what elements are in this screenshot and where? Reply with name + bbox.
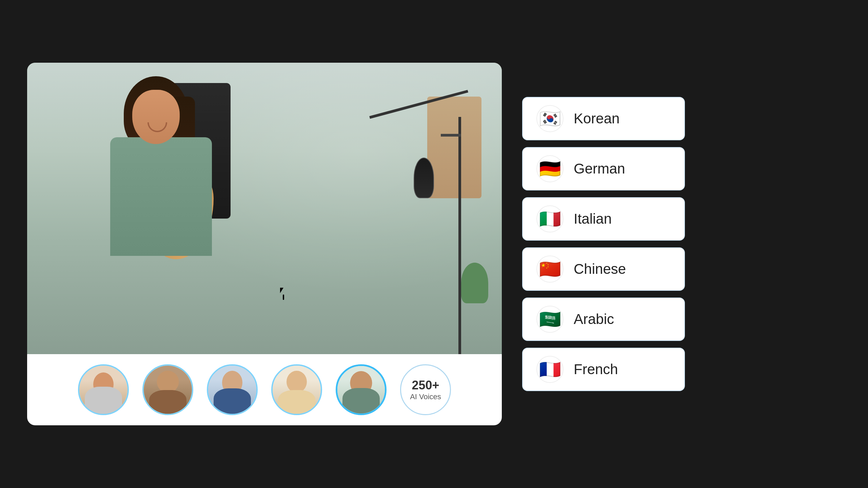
flag-arabic (536, 306, 564, 333)
woman-face (132, 90, 180, 144)
mic-head (414, 158, 434, 198)
video-panel: 250+ AI Voices (27, 63, 502, 425)
voice-bar: 250+ AI Voices (27, 354, 502, 425)
voice-avatar-5[interactable] (336, 364, 387, 415)
woman-shirt (110, 137, 212, 256)
voice-avatar-2[interactable] (142, 364, 193, 415)
flag-german (536, 155, 564, 182)
avatar-face-1 (79, 366, 127, 414)
language-name-italian: Italian (574, 211, 612, 227)
voice-avatar-4[interactable] (271, 364, 322, 415)
language-item-chinese[interactable]: Chinese (522, 247, 685, 291)
flag-chinese (536, 256, 564, 283)
avatar-face-3 (208, 366, 256, 414)
voice-avatar-3[interactable] (207, 364, 258, 415)
voice-avatar-1[interactable] (78, 364, 129, 415)
plant-decoration (461, 263, 488, 303)
language-name-korean: Korean (574, 110, 619, 127)
voice-count-label: AI Voices (410, 392, 441, 401)
main-container: 250+ AI Voices Korean German Italian Chi… (27, 63, 841, 425)
language-item-arabic[interactable]: Arabic (522, 298, 685, 341)
language-name-german: German (574, 161, 625, 177)
language-name-arabic: Arabic (574, 311, 614, 327)
language-name-french: French (574, 361, 618, 378)
language-list: Korean German Italian Chinese Arabic Fre… (522, 97, 685, 391)
avatar-face-2 (144, 366, 192, 414)
avatar-face-4 (273, 366, 321, 414)
language-item-french[interactable]: French (522, 348, 685, 391)
voice-count-number: 250+ (412, 378, 439, 392)
avatar-face-5 (337, 366, 385, 413)
mic-stand (458, 117, 461, 354)
language-item-korean[interactable]: Korean (522, 97, 685, 140)
flag-korean (536, 105, 564, 132)
flag-italian (536, 205, 564, 232)
language-item-italian[interactable]: Italian (522, 197, 685, 241)
language-item-german[interactable]: German (522, 147, 685, 190)
video-area (27, 63, 502, 354)
language-name-chinese: Chinese (574, 261, 626, 277)
flag-french (536, 356, 564, 383)
voice-count-badge[interactable]: 250+ AI Voices (400, 364, 451, 415)
bookshelf-decoration (427, 97, 481, 198)
